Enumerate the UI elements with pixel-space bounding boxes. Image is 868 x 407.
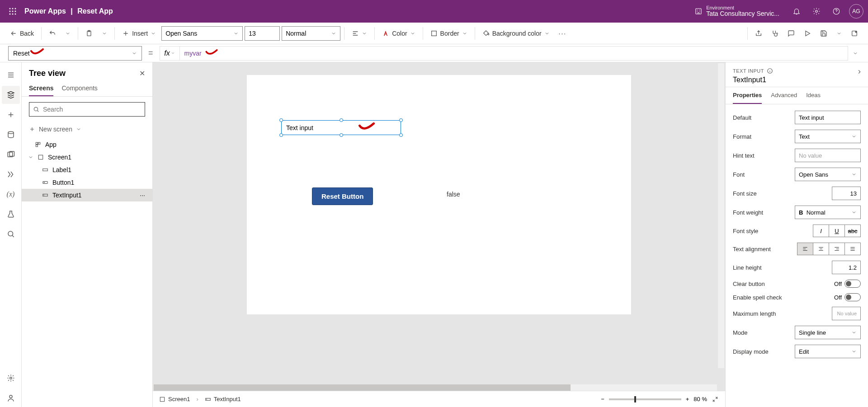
- prop-spell-toggle[interactable]: [844, 293, 861, 301]
- selection-handle[interactable]: [399, 133, 403, 137]
- tree-item-more[interactable]: ···: [140, 192, 145, 199]
- back-button[interactable]: Back: [6, 27, 38, 40]
- close-icon[interactable]: ✕: [139, 69, 145, 78]
- breadcrumb-screen[interactable]: Screen1: [159, 396, 190, 402]
- checker-button[interactable]: [768, 27, 782, 40]
- tree-item-textinput1[interactable]: TextInput1 ···: [22, 189, 152, 201]
- fit-screen-icon[interactable]: [712, 396, 719, 403]
- publish-button[interactable]: [847, 27, 862, 40]
- props-tab-properties[interactable]: Properties: [733, 87, 762, 104]
- undo-split[interactable]: [61, 28, 74, 39]
- font-weight-select[interactable]: Normal: [282, 26, 340, 41]
- rail-hamburger[interactable]: [2, 66, 20, 84]
- selection-handle[interactable]: [399, 118, 403, 122]
- prop-hint-input[interactable]: No value: [795, 149, 861, 162]
- clipboard-icon: [85, 30, 93, 37]
- rail-insert[interactable]: [2, 106, 20, 124]
- align-center[interactable]: [813, 243, 829, 255]
- canvas-screen[interactable]: Text input Reset Button false: [247, 75, 631, 314]
- fontstyle-italic[interactable]: I: [813, 225, 829, 237]
- prop-font-select[interactable]: Open Sans: [795, 168, 861, 181]
- rail-tests[interactable]: [2, 205, 20, 223]
- notifications-icon[interactable]: [789, 4, 804, 19]
- rail-search[interactable]: [2, 225, 20, 243]
- save-button[interactable]: [816, 27, 831, 40]
- paste-button[interactable]: [82, 27, 96, 40]
- selection-handle[interactable]: [340, 118, 343, 122]
- canvas-scrollbar-v[interactable]: [718, 63, 724, 368]
- fontstyle-strike[interactable]: abc: [844, 225, 861, 237]
- formula-expand-button[interactable]: [848, 46, 863, 61]
- svg-point-30: [44, 182, 44, 182]
- paste-split[interactable]: [98, 28, 111, 39]
- svg-point-3: [9, 11, 11, 12]
- property-selector[interactable]: Reset: [8, 46, 142, 61]
- save-split[interactable]: [833, 28, 845, 39]
- tree-item-screen1[interactable]: Screen1: [22, 151, 152, 164]
- selection-handle[interactable]: [279, 133, 283, 137]
- prop-fontsize-input[interactable]: 13: [832, 187, 861, 200]
- font-family-select[interactable]: Open Sans: [161, 26, 243, 41]
- selection-handle[interactable]: [340, 133, 343, 137]
- rail-virtual-agent[interactable]: [2, 389, 20, 407]
- rail-data[interactable]: [2, 126, 20, 144]
- more-button[interactable]: ···: [555, 27, 571, 40]
- help-icon[interactable]: [829, 4, 844, 19]
- tree-search[interactable]: [29, 102, 145, 117]
- selection-handle[interactable]: [279, 118, 283, 122]
- zoom-slider[interactable]: [609, 398, 681, 400]
- align-left[interactable]: [797, 243, 813, 255]
- insert-button[interactable]: Insert: [118, 27, 160, 40]
- preview-button[interactable]: [800, 27, 815, 40]
- border-button[interactable]: Border: [427, 27, 471, 40]
- fontstyle-underline[interactable]: U: [829, 225, 845, 237]
- app-launcher-icon[interactable]: [5, 3, 21, 19]
- info-icon[interactable]: [767, 68, 773, 74]
- canvas-label[interactable]: false: [447, 191, 460, 198]
- canvas-scrollbar-h[interactable]: [154, 384, 717, 391]
- rail-settings[interactable]: [2, 369, 20, 387]
- rail-variables[interactable]: (x): [2, 185, 20, 203]
- color-button[interactable]: Color: [378, 27, 419, 40]
- tree-search-input[interactable]: [43, 106, 141, 113]
- new-screen-button[interactable]: New screen: [29, 124, 145, 135]
- bgcolor-button[interactable]: Background color: [479, 27, 553, 40]
- tree-item-button1[interactable]: Button1: [22, 176, 152, 189]
- prop-fontweight-select[interactable]: B Normal: [795, 206, 861, 219]
- font-size-input[interactable]: 13: [245, 26, 280, 41]
- prop-maxlen-input[interactable]: No value: [832, 307, 861, 320]
- prop-format-select[interactable]: Text: [795, 130, 861, 143]
- align-button[interactable]: [348, 27, 371, 40]
- align-justify[interactable]: [844, 243, 861, 255]
- rail-media[interactable]: [2, 145, 20, 164]
- tree-item-app[interactable]: App: [22, 138, 152, 151]
- tree-item-label1[interactable]: Label1: [22, 164, 152, 176]
- prop-default-input[interactable]: Text input: [795, 111, 861, 124]
- prop-displaymode-select[interactable]: Edit: [795, 345, 861, 358]
- canvas-reset-button[interactable]: Reset Button: [312, 187, 373, 205]
- user-avatar[interactable]: AG: [849, 4, 863, 19]
- formula-input[interactable]: myvar: [179, 46, 848, 61]
- share-button[interactable]: [751, 27, 766, 40]
- fx-button[interactable]: fx: [160, 46, 179, 61]
- props-expand-icon[interactable]: [856, 69, 863, 75]
- prop-lineheight-input[interactable]: 1.2: [832, 261, 861, 274]
- breadcrumb-control[interactable]: TextInput1: [205, 396, 241, 402]
- tab-components[interactable]: Components: [61, 81, 97, 96]
- props-control-name[interactable]: TextInput1: [733, 76, 861, 84]
- align-right[interactable]: [829, 243, 845, 255]
- undo-button[interactable]: [45, 27, 60, 40]
- prop-mode-select[interactable]: Single line: [795, 326, 861, 339]
- environment-picker[interactable]: Environment Tata Consultancy Servic...: [694, 5, 779, 17]
- canvas-textinput[interactable]: Text input: [281, 120, 401, 135]
- comments-button[interactable]: [784, 27, 798, 40]
- tab-screens[interactable]: Screens: [29, 81, 53, 96]
- zoom-out[interactable]: −: [601, 396, 604, 402]
- zoom-in[interactable]: +: [686, 396, 689, 402]
- rail-tree-view[interactable]: [2, 86, 20, 104]
- props-tab-advanced[interactable]: Advanced: [771, 87, 797, 104]
- props-tab-ideas[interactable]: Ideas: [806, 87, 821, 104]
- settings-icon[interactable]: [809, 4, 824, 19]
- prop-clearbtn-toggle[interactable]: [844, 280, 861, 288]
- rail-flows[interactable]: [2, 165, 20, 183]
